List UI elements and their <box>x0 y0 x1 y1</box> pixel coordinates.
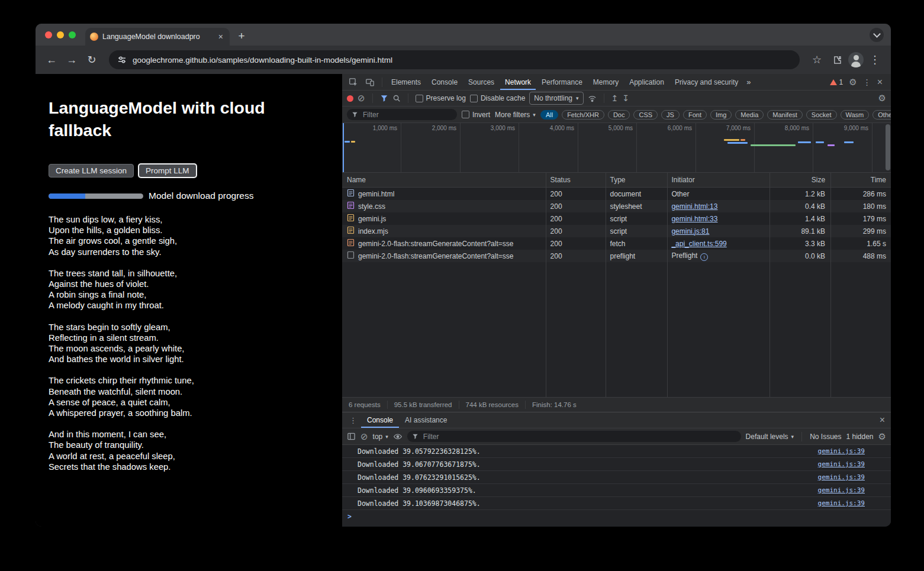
tab-overview-button[interactable] <box>870 28 884 42</box>
column-header-initiator[interactable]: Initiator <box>667 176 769 184</box>
invert-checkbox[interactable]: Invert <box>462 111 490 119</box>
console-filter-input-box[interactable] <box>407 431 741 442</box>
minimize-window-button[interactable] <box>57 31 64 38</box>
preserve-log-checkbox[interactable]: Preserve log <box>416 94 466 102</box>
column-divider[interactable] <box>546 173 546 397</box>
column-header-status[interactable]: Status <box>546 176 606 184</box>
console-sidebar-icon[interactable] <box>347 432 356 441</box>
tab-network[interactable]: Network <box>500 74 536 90</box>
column-header-type[interactable]: Type <box>606 176 667 184</box>
drawer-tab-ai-assistance[interactable]: AI assistance <box>399 412 453 428</box>
browser-menu-icon[interactable]: ⋮ <box>866 51 884 69</box>
chip-media[interactable]: Media <box>735 110 764 120</box>
column-divider[interactable] <box>667 173 668 397</box>
initiator-link[interactable]: gemini.js:81 <box>671 227 709 236</box>
devtools-settings-icon[interactable]: ⚙ <box>849 77 857 88</box>
default-levels-dropdown[interactable]: Default levels ▾ <box>746 433 794 441</box>
column-divider[interactable] <box>830 173 831 397</box>
console-message[interactable]: Downloaded 39.06707763671875%. gemini.js… <box>342 458 891 471</box>
initiator-link[interactable]: gemini.html:33 <box>671 215 717 223</box>
clear-network-log-icon[interactable]: ⊘ <box>358 93 365 104</box>
tab-performance[interactable]: Performance <box>537 74 587 90</box>
eye-icon[interactable] <box>393 432 403 441</box>
tab-application[interactable]: Application <box>624 74 669 90</box>
chip-manifest[interactable]: Manifest <box>767 110 803 120</box>
console-message[interactable]: Downloaded 39.10369873046875%. gemini.js… <box>342 497 891 510</box>
devtools-close-icon[interactable]: × <box>877 78 883 87</box>
chip-font[interactable]: Font <box>683 110 707 120</box>
create-session-button[interactable]: Create LLM session <box>49 164 134 178</box>
profile-avatar[interactable] <box>848 52 864 67</box>
import-har-icon[interactable]: ↥ <box>611 93 619 103</box>
message-source-link[interactable]: gemini.js:39 <box>818 460 865 468</box>
chip-css[interactable]: CSS <box>633 110 658 120</box>
context-selector[interactable]: top ▾ <box>373 433 388 441</box>
network-settings-icon[interactable]: ⚙ <box>878 93 886 104</box>
scrollbar-thumb[interactable] <box>886 124 890 170</box>
chip-other[interactable]: Other <box>873 110 891 120</box>
network-filter-input[interactable] <box>362 110 452 120</box>
chip-socket[interactable]: Socket <box>806 110 837 120</box>
console-message[interactable]: Downloaded 39.05792236328125%. gemini.js… <box>342 445 891 458</box>
tab-close-icon[interactable]: × <box>217 32 225 41</box>
drawer-menu-icon[interactable]: ⋮ <box>346 416 361 425</box>
new-tab-button[interactable]: + <box>233 28 250 44</box>
devtools-menu-icon[interactable]: ⋮ <box>863 78 871 87</box>
console-filter-input[interactable] <box>422 432 736 441</box>
chip-js[interactable]: JS <box>661 110 680 120</box>
tab-privacy-security[interactable]: Privacy and security <box>670 74 743 90</box>
site-settings-icon[interactable] <box>117 55 127 64</box>
bookmark-star-icon[interactable]: ☆ <box>808 51 826 69</box>
table-row[interactable]: style.css 200 stylesheet gemini.html:13 … <box>342 200 891 212</box>
chip-doc[interactable]: Doc <box>608 110 630 120</box>
tab-console[interactable]: Console <box>427 74 462 90</box>
preflight-info-icon[interactable]: i <box>700 253 708 261</box>
tab-elements[interactable]: Elements <box>387 74 426 90</box>
clear-console-icon[interactable]: ⊘ <box>360 431 368 442</box>
table-row[interactable]: gemini.html 200 document Other 1.2 kB 28… <box>342 188 891 200</box>
more-filters-dropdown[interactable]: More filters ▾ <box>495 111 536 119</box>
drawer-tab-console[interactable]: Console <box>361 412 399 428</box>
table-row[interactable]: gemini.js 200 script gemini.html:33 1.4 … <box>342 212 891 225</box>
network-overview-timeline[interactable]: 1,000 ms 2,000 ms 3,000 ms 4,000 ms 5,00… <box>342 123 891 173</box>
back-button[interactable]: ← <box>43 51 60 69</box>
reload-button[interactable]: ↻ <box>83 51 101 69</box>
network-filter-input-box[interactable] <box>347 109 457 120</box>
hidden-messages-count[interactable]: 1 hidden <box>846 433 874 441</box>
chip-fetch-xhr[interactable]: Fetch/XHR <box>562 110 604 120</box>
throttling-select[interactable]: No throttling ▾ <box>529 92 583 105</box>
initiator-link[interactable]: _api_client.ts:599 <box>671 240 726 248</box>
column-divider[interactable] <box>770 173 770 397</box>
overview-selection-handle[interactable] <box>343 123 344 172</box>
chip-all[interactable]: All <box>540 110 558 120</box>
chip-wasm[interactable]: Wasm <box>841 110 870 120</box>
issues-status[interactable]: No Issues <box>810 433 841 441</box>
filter-funnel-icon[interactable] <box>380 94 388 102</box>
issues-badge[interactable]: 1 <box>830 78 843 86</box>
message-source-link[interactable]: gemini.js:39 <box>818 486 865 494</box>
column-header-name[interactable]: Name <box>342 176 546 184</box>
console-message[interactable]: Downloaded 39.0960693359375%. gemini.js:… <box>342 484 891 497</box>
network-conditions-icon[interactable] <box>588 94 597 103</box>
console-prompt[interactable]: > <box>342 510 891 523</box>
table-row[interactable]: gemini-2.0-flash:streamGenerateContent?a… <box>342 237 891 250</box>
table-row[interactable]: index.mjs 200 script gemini.js:81 89.1 k… <box>342 225 891 237</box>
prompt-llm-button[interactable]: Prompt LLM <box>139 164 197 178</box>
more-panels-icon[interactable]: » <box>744 78 753 86</box>
export-har-icon[interactable]: ↧ <box>622 93 629 103</box>
address-bar[interactable]: googlechrome.github.io/samples/downloadi… <box>109 50 800 69</box>
search-icon[interactable] <box>392 94 401 102</box>
column-header-size[interactable]: Size <box>769 176 830 184</box>
close-window-button[interactable] <box>45 31 52 38</box>
console-message[interactable]: Downloaded 39.07623291015625%. gemini.js… <box>342 471 891 484</box>
maximize-window-button[interactable] <box>69 31 76 38</box>
table-row[interactable]: gemini-2.0-flash:streamGenerateContent?a… <box>342 250 891 262</box>
device-toolbar-icon[interactable] <box>362 78 378 87</box>
chip-img[interactable]: Img <box>710 110 732 120</box>
inspect-element-icon[interactable] <box>346 78 361 87</box>
message-source-link[interactable]: gemini.js:39 <box>818 473 865 481</box>
column-header-time[interactable]: Time <box>830 176 891 184</box>
console-settings-icon[interactable]: ⚙ <box>878 431 886 442</box>
forward-button[interactable]: → <box>63 51 81 69</box>
message-source-link[interactable]: gemini.js:39 <box>818 499 865 507</box>
